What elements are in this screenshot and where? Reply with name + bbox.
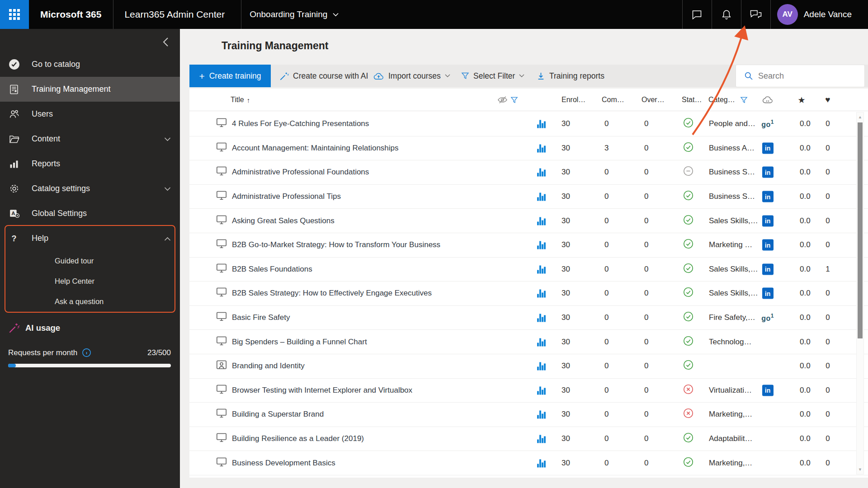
- table-row[interactable]: Administrative Professional Foundations3…: [189, 160, 868, 185]
- sidebar-item-users[interactable]: Users: [0, 102, 180, 127]
- import-courses-button[interactable]: Import courses: [373, 65, 450, 87]
- column-header-rating[interactable]: ★: [795, 89, 808, 111]
- category-cell: Adaptabilit…: [709, 434, 752, 443]
- create-course-ai-button[interactable]: Create course with AI: [279, 65, 368, 87]
- training-title[interactable]: Business Development Basics: [232, 459, 335, 468]
- table-row[interactable]: Building a Superstar Brand3000Marketing,…: [189, 403, 868, 427]
- table-row[interactable]: B2B Sales Strategy: How to Effectively E…: [189, 282, 868, 306]
- elearning-monitor-icon: [216, 263, 227, 273]
- column-header-completed[interactable]: Com…: [602, 89, 624, 111]
- status-cell: [683, 263, 693, 276]
- training-title[interactable]: B2B Sales Strategy: How to Effectively E…: [232, 289, 432, 298]
- table-row[interactable]: Asking Great Sales Questions3000Sales Sk…: [189, 209, 868, 233]
- statistics-button[interactable]: [537, 241, 546, 249]
- column-header-provider[interactable]: [761, 89, 774, 111]
- filter-funnel-icon[interactable]: [740, 96, 748, 104]
- table-row[interactable]: Basic Fire Safety3000Fire Safety,…go10.0…: [189, 306, 868, 330]
- search-input[interactable]: [758, 71, 853, 81]
- sidebar-collapse-button[interactable]: [158, 34, 174, 50]
- status-inactive-icon: [683, 166, 693, 176]
- training-title[interactable]: Account Management: Maintaining Relation…: [232, 144, 399, 153]
- visibility-column-icon[interactable]: [497, 89, 518, 111]
- training-reports-button[interactable]: Training reports: [537, 65, 604, 87]
- training-title[interactable]: Basic Fire Safety: [232, 313, 290, 322]
- brand-title[interactable]: Microsoft 365: [29, 0, 113, 29]
- statistics-button[interactable]: [537, 386, 546, 394]
- notifications-button[interactable]: [712, 0, 741, 29]
- training-title[interactable]: Big Spenders – Building a Funnel Chart: [232, 338, 367, 347]
- statistics-icon: [537, 459, 546, 467]
- elearning-monitor-icon: [216, 166, 227, 176]
- app-launcher-button[interactable]: [0, 0, 29, 29]
- sidebar-item-guided-tour[interactable]: Guided tour: [0, 251, 180, 271]
- table-row[interactable]: B2B Sales Foundations3000Sales Skills,…i…: [189, 258, 868, 282]
- statistics-button[interactable]: [537, 192, 546, 201]
- sidebar-item-help[interactable]: ?Help: [0, 226, 180, 251]
- table-row[interactable]: Business Development Basics3000Marketing…: [189, 451, 868, 475]
- statistics-button[interactable]: [537, 338, 546, 346]
- statistics-button[interactable]: [537, 216, 546, 225]
- sidebar-item-catalog-settings[interactable]: Catalog settings: [0, 176, 180, 201]
- table-row[interactable]: Account Management: Maintaining Relation…: [189, 136, 868, 161]
- info-icon[interactable]: [82, 348, 91, 357]
- table-row[interactable]: Building Resilience as a Leader (2019)30…: [189, 427, 868, 451]
- chat-button[interactable]: [683, 0, 712, 29]
- column-header-category[interactable]: Categ…: [708, 89, 748, 111]
- statistics-button[interactable]: [537, 265, 546, 273]
- feedback-button[interactable]: [741, 0, 770, 29]
- training-title[interactable]: Administrative Professional Tips: [232, 192, 341, 201]
- training-title[interactable]: Building Resilience as a Leader (2019): [232, 434, 364, 443]
- vertical-scrollbar[interactable]: ▲ ▼: [856, 112, 864, 474]
- column-header-likes[interactable]: ♥: [821, 89, 835, 111]
- sidebar-item-global-settings[interactable]: AGlobal Settings: [0, 201, 180, 226]
- statistics-icon: [537, 410, 546, 419]
- sidebar-item-training-management[interactable]: Training Management: [0, 77, 180, 102]
- statistics-button[interactable]: [537, 410, 546, 419]
- sidebar-item-content[interactable]: Content: [0, 127, 180, 151]
- column-header-overdue[interactable]: Over…: [642, 89, 665, 111]
- statistics-button[interactable]: [537, 120, 546, 128]
- completed-count: 0: [604, 119, 609, 128]
- table-row[interactable]: Browser Testing with Internet Explorer a…: [189, 379, 868, 403]
- catalog-check-icon: [8, 59, 20, 70]
- scroll-down-arrow[interactable]: ▼: [857, 466, 863, 473]
- training-type-icon-cell: [216, 118, 227, 130]
- statistics-button[interactable]: [537, 435, 546, 443]
- scrollbar-thumb[interactable]: [858, 122, 863, 338]
- select-filter-button[interactable]: Select Filter: [461, 65, 524, 87]
- table-row[interactable]: Administrative Professional Tips3000Busi…: [189, 185, 868, 209]
- context-switcher[interactable]: Onboarding Training: [241, 0, 345, 29]
- statistics-button[interactable]: [537, 168, 546, 177]
- statistics-button[interactable]: [537, 459, 546, 467]
- training-title[interactable]: B2B Sales Foundations: [232, 265, 312, 274]
- training-title[interactable]: Asking Great Sales Questions: [232, 216, 335, 225]
- account-menu[interactable]: AV Adele Vance: [771, 0, 868, 29]
- training-title[interactable]: 4 Rules For Eye-Catching Presentations: [232, 119, 369, 128]
- sidebar-item-go-to-catalog[interactable]: Go to catalog: [0, 52, 180, 77]
- column-header-status[interactable]: Stat…: [682, 89, 702, 111]
- sidebar-item-reports[interactable]: Reports: [0, 151, 180, 176]
- training-title[interactable]: Browser Testing with Internet Explorer a…: [232, 386, 412, 395]
- column-header-enrolled[interactable]: Enrol…: [561, 89, 585, 111]
- training-title[interactable]: Building a Superstar Brand: [232, 410, 324, 419]
- statistics-button[interactable]: [537, 362, 546, 371]
- statistics-button[interactable]: [537, 289, 546, 298]
- statistics-button[interactable]: [537, 144, 546, 152]
- overdue-count: 0: [644, 168, 648, 177]
- training-title[interactable]: Administrative Professional Foundations: [232, 168, 369, 177]
- page-header-band: Training Management: [180, 29, 868, 65]
- table-row[interactable]: Branding and Identity30000.00: [189, 354, 868, 379]
- table-row[interactable]: B2B Go-to-Market Strategy: How to Transf…: [189, 233, 868, 258]
- sidebar-item-ask-a-question[interactable]: Ask a question: [0, 291, 180, 312]
- statistics-button[interactable]: [537, 314, 546, 322]
- table-row[interactable]: 4 Rules For Eye-Catching Presentations30…: [189, 112, 868, 136]
- training-title[interactable]: B2B Go-to-Market Strategy: How to Transf…: [232, 240, 440, 249]
- training-title[interactable]: Branding and Identity: [232, 361, 305, 371]
- column-header-title[interactable]: Title ↑: [231, 89, 250, 111]
- table-row[interactable]: Big Spenders – Building a Funnel Chart30…: [189, 330, 868, 354]
- sidebar-item-help-center[interactable]: Help Center: [0, 271, 180, 291]
- document-icon: [8, 84, 20, 95]
- overdue-count: 0: [644, 386, 648, 395]
- create-training-button[interactable]: + Create training: [189, 65, 271, 87]
- scroll-up-arrow[interactable]: ▲: [857, 113, 863, 121]
